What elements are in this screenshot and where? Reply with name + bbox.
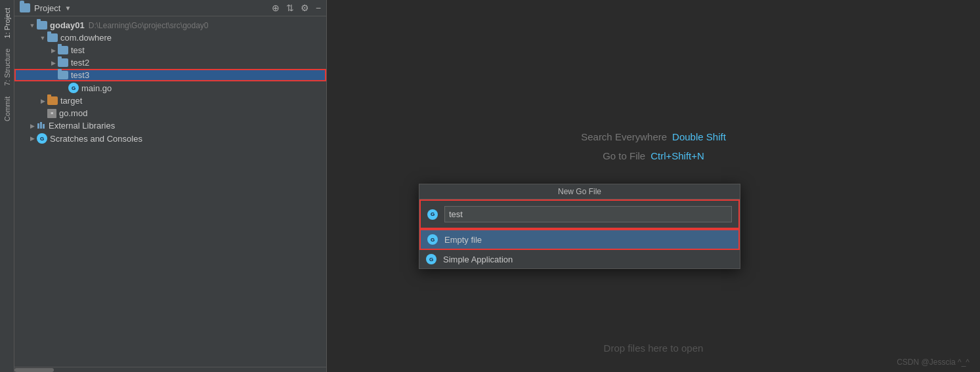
folder-icon-com-dowhere: [47, 33, 58, 42]
drop-files-hint: Drop files here to open: [604, 342, 704, 354]
tree-item-go-mod[interactable]: ≡ go.mod: [14, 107, 326, 119]
tree-label-main-go: main.go: [81, 83, 112, 93]
tree-label-scratches: Scratches and Consoles: [50, 134, 142, 144]
arrow-goday01: [28, 21, 37, 30]
tree-label-target: target: [60, 96, 82, 106]
collapse-icon[interactable]: ⇅: [286, 3, 294, 13]
locate-icon[interactable]: ⊕: [272, 3, 280, 13]
editor-hints: Search Everywhere Double Shift Go to Fil…: [581, 131, 726, 169]
tree-item-com-dowhere[interactable]: com.dowhere: [14, 31, 326, 44]
hint-search-key: Double Shift: [672, 131, 726, 142]
tree-label-goday01: goday01: [50, 20, 85, 30]
scratch-icon: G: [37, 133, 47, 144]
tree-label-test: test: [71, 45, 85, 55]
tree-item-test[interactable]: test: [14, 44, 326, 56]
svg-rect-1: [40, 122, 42, 129]
arrow-scratches: [28, 134, 37, 143]
hint-goto-key: Ctrl+Shift+N: [650, 150, 704, 161]
tree-item-target[interactable]: target: [14, 94, 326, 107]
dialog-item-empty-file[interactable]: G Empty file: [419, 229, 740, 250]
tree-label-test3: test3: [71, 70, 89, 80]
dialog-title: New Go File: [419, 184, 740, 199]
arrow-com-dowhere: [38, 33, 47, 43]
tree-item-main-go[interactable]: G main.go: [14, 81, 326, 94]
folder-icon-test: [58, 46, 68, 54]
library-icon: [37, 121, 46, 131]
arrow-test: [49, 46, 58, 55]
tab-structure[interactable]: 7: Structure: [2, 43, 12, 91]
dialog-item-go-icon-simple: G: [426, 254, 437, 264]
project-folder-icon: [20, 3, 30, 12]
sidebar-scrollbar[interactable]: [14, 367, 326, 372]
arrow-test3: [49, 71, 58, 80]
tree-label-external-libs: External Libraries: [49, 121, 115, 131]
arrow-test2: [49, 58, 58, 68]
dialog-list: G Empty file G Simple Application: [419, 229, 740, 268]
dialog-item-simple-label: Simple Application: [443, 255, 513, 264]
hint-goto-label: Go to File: [603, 150, 645, 161]
project-sidebar: Project ▼ ⊕ ⇅ ⚙ − goday01 D:\Learning\Go…: [14, 0, 327, 372]
folder-icon-goday01: [37, 21, 47, 30]
sidebar-toolbar: ⊕ ⇅ ⚙ −: [272, 3, 321, 13]
folder-icon-test2: [58, 58, 68, 67]
tree-label-com-dowhere: com.dowhere: [60, 33, 112, 43]
watermark: CSDN @Jesscia ^_^: [897, 358, 969, 367]
folder-icon-test3: [58, 71, 68, 79]
hint-goto: Go to File Ctrl+Shift+N: [581, 150, 726, 161]
main-editor-area: Search Everywhere Double Shift Go to Fil…: [327, 0, 980, 372]
hint-search-label: Search Everywhere: [581, 131, 667, 142]
new-file-input[interactable]: [444, 206, 732, 222]
tree-label-go-mod: go.mod: [59, 108, 87, 118]
scrollbar-thumb[interactable]: [14, 368, 54, 372]
tab-project[interactable]: 1: Project: [2, 3, 12, 43]
mod-file-icon: ≡: [47, 109, 56, 118]
dialog-item-go-icon-empty: G: [427, 234, 438, 245]
hint-search: Search Everywhere Double Shift: [581, 131, 726, 142]
project-tree: goday01 D:\Learning\Go\project\src\goday…: [14, 16, 326, 367]
minimize-icon[interactable]: −: [316, 3, 321, 13]
sidebar-title-area: Project ▼: [20, 3, 266, 13]
folder-icon-target: [47, 96, 58, 105]
project-title: Project: [34, 3, 60, 13]
tab-commit[interactable]: Commit: [2, 91, 12, 127]
dialog-input-row: G: [419, 199, 740, 229]
tree-item-test2[interactable]: test2: [14, 56, 326, 69]
dialog-go-icon: G: [427, 209, 438, 220]
tree-item-external-libs[interactable]: External Libraries: [14, 119, 326, 132]
svg-rect-2: [43, 124, 45, 129]
tree-path-goday01: D:\Learning\Go\project\src\goday0: [89, 21, 209, 30]
go-file-icon-main: G: [68, 83, 79, 93]
arrow-go-mod: [38, 109, 47, 118]
tree-item-goday01[interactable]: goday01 D:\Learning\Go\project\src\goday…: [14, 19, 326, 31]
dialog-container: New Go File G G Empty file G Simple Appl…: [419, 184, 740, 269]
dialog-item-empty-label: Empty file: [444, 235, 482, 245]
arrow-target: [38, 96, 47, 106]
dialog-item-simple-app[interactable]: G Simple Application: [419, 250, 740, 268]
tree-item-test3[interactable]: test3: [14, 69, 326, 81]
vertical-tab-strip: 1: Project 7: Structure Commit: [0, 0, 14, 372]
new-go-file-dialog: New Go File G G Empty file G Simple Appl…: [419, 184, 740, 269]
tree-item-scratches[interactable]: G Scratches and Consoles: [14, 132, 326, 145]
dropdown-icon[interactable]: ▼: [64, 5, 71, 12]
tree-label-test2: test2: [71, 58, 89, 68]
arrow-main-go: [59, 83, 68, 93]
settings-icon[interactable]: ⚙: [301, 3, 309, 13]
sidebar-header: Project ▼ ⊕ ⇅ ⚙ −: [14, 0, 326, 16]
svg-rect-0: [37, 123, 39, 129]
arrow-external-libs: [28, 121, 37, 131]
